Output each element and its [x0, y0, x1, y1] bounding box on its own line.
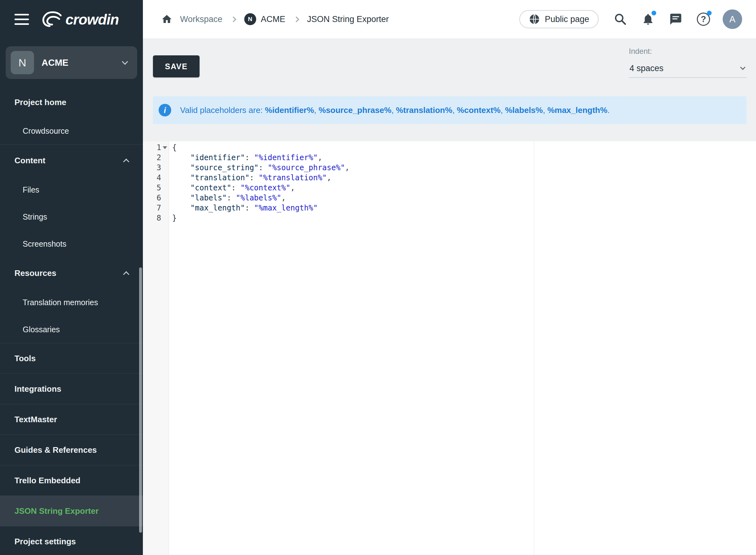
sidebar-item-label: Glossaries [23, 325, 60, 334]
chevron-down-icon [122, 58, 128, 65]
code-line: "source_string": "%source_phrase%", [172, 163, 756, 173]
placeholder-token: %source_phrase% [319, 105, 391, 115]
sidebar-item-project-home[interactable]: Project home [0, 87, 143, 117]
placeholder-token: %context% [457, 105, 501, 115]
code-line: "identifier": "%identifier%", [172, 153, 756, 163]
project-selector[interactable]: N ACME [6, 46, 137, 79]
placeholder-token: %identifier% [265, 105, 314, 115]
home-icon[interactable] [161, 13, 172, 25]
sidebar-item-project-settings[interactable]: Project settings [0, 526, 143, 555]
line-number: 1 [143, 142, 169, 153]
main-content: SAVE Indent: 4 spaces i Valid placeholde… [143, 39, 756, 555]
code-editor[interactable]: 12345678 { "identifier": "%identifier%",… [143, 141, 756, 555]
crowdin-logo-text: crowdin [66, 11, 119, 28]
user-avatar[interactable]: A [723, 9, 742, 29]
project-avatar: N [244, 13, 256, 25]
placeholder-token: %translation% [396, 105, 452, 115]
line-number: 6 [143, 193, 169, 203]
sidebar-item-textmaster[interactable]: TextMaster [0, 404, 143, 434]
code-line: "labels": "%labels%", [172, 193, 756, 203]
top-bar: crowdin Workspace N ACME JSON String Exp… [0, 0, 756, 39]
placeholder-token: %max_length% [547, 105, 607, 115]
topbar-actions: Public page [519, 9, 742, 29]
line-number: 2 [143, 153, 169, 163]
code-line: "translation": "%translation%", [172, 173, 756, 183]
fold-arrow-icon[interactable] [163, 146, 167, 149]
line-number: 7 [143, 203, 169, 213]
sidebar-item-label: Translation memories [23, 298, 98, 307]
sidebar-item-files[interactable]: Files [0, 176, 143, 203]
sidebar-item-label: Integrations [14, 384, 61, 394]
messages-button[interactable] [667, 11, 684, 28]
chat-icon [669, 12, 682, 26]
chevron-right-icon [293, 16, 299, 22]
code-line: } [172, 213, 756, 223]
indent-select[interactable]: 4 spaces [629, 59, 747, 78]
sidebar-item-crowdsource[interactable]: Crowdsource [0, 117, 143, 144]
editor-gutter: 12345678 [143, 141, 169, 555]
sidebar-item-label: TextMaster [14, 415, 57, 424]
chevron-up-icon [123, 271, 129, 278]
sidebar-item-label: Screenshots [23, 240, 67, 249]
sidebar-item-strings[interactable]: Strings [0, 203, 143, 230]
editor-code[interactable]: { "identifier": "%identifier%", "source_… [169, 141, 756, 555]
save-button[interactable]: SAVE [153, 55, 200, 77]
globe-icon [529, 13, 540, 25]
public-page-button[interactable]: Public page [519, 10, 599, 28]
public-page-label: Public page [545, 14, 589, 24]
crowdin-logo-icon [40, 10, 63, 29]
sidebar-item-label: Project settings [14, 537, 76, 547]
breadcrumb-project[interactable]: N ACME [244, 13, 286, 25]
sidebar-item-tools[interactable]: Tools [0, 343, 143, 374]
menu-button[interactable] [14, 14, 29, 25]
sidebar-item-label: Crowdsource [23, 126, 69, 136]
line-number: 8 [143, 213, 169, 223]
crowdin-logo[interactable]: crowdin [40, 10, 119, 29]
help-dot [707, 11, 712, 15]
project-selector-name: ACME [42, 57, 115, 68]
sidebar-nav: Project homeCrowdsourceContentFilesStrin… [0, 87, 143, 555]
notification-dot [652, 11, 656, 15]
line-number: 3 [143, 163, 169, 173]
notifications-button[interactable] [639, 11, 657, 28]
sidebar-item-resources[interactable]: Resources [0, 257, 143, 289]
breadcrumb-current: JSON String Exporter [307, 14, 389, 24]
sidebar-item-label: JSON String Exporter [14, 506, 98, 516]
editor-ruler [534, 141, 534, 555]
chevron-up-icon [123, 159, 129, 165]
topbar-brand-area: crowdin [0, 0, 143, 39]
search-button[interactable] [612, 11, 629, 28]
sidebar-item-translation-memories[interactable]: Translation memories [0, 289, 143, 316]
banner-text: Valid placeholders are: %identifier%, %s… [180, 105, 610, 115]
line-number: 5 [143, 183, 169, 193]
sidebar-item-screenshots[interactable]: Screenshots [0, 230, 143, 257]
breadcrumb: Workspace N ACME JSON String Exporter [161, 13, 389, 25]
search-icon [614, 12, 627, 26]
chevron-down-icon [740, 65, 746, 70]
indent-label: Indent: [629, 47, 747, 56]
sidebar-item-label: Files [23, 185, 39, 195]
code-line: "context": "%context%", [172, 183, 756, 193]
sidebar-item-label: Tools [14, 354, 36, 364]
sidebar-item-label: Content [14, 156, 45, 166]
sidebar-item-glossaries[interactable]: Glossaries [0, 316, 143, 343]
sidebar-item-label: Trello Embedded [14, 476, 81, 485]
sidebar-item-guides-references[interactable]: Guides & References [0, 435, 143, 465]
help-button[interactable]: ? [695, 11, 712, 28]
placeholder-token: %labels% [505, 105, 543, 115]
line-number: 4 [143, 173, 169, 183]
sidebar-item-label: Resources [14, 268, 56, 278]
sidebar-item-integrations[interactable]: Integrations [0, 374, 143, 404]
sidebar-item-content[interactable]: Content [0, 145, 143, 176]
chevron-right-icon [230, 16, 236, 22]
sidebar-scrollbar[interactable] [139, 267, 142, 533]
indent-select-value: 4 spaces [629, 63, 664, 73]
topbar-main: Workspace N ACME JSON String Exporter Pu… [143, 0, 756, 39]
info-icon: i [159, 104, 171, 117]
sidebar-item-json-string-exporter[interactable]: JSON String Exporter [0, 496, 143, 526]
sidebar-item-trello-embedded[interactable]: Trello Embedded [0, 465, 143, 496]
project-selector-avatar: N [11, 51, 34, 74]
sidebar: N ACME Project homeCrowdsourceContentFil… [0, 39, 143, 555]
breadcrumb-workspace[interactable]: Workspace [180, 14, 222, 24]
code-line: "max_length": "%max_length%" [172, 203, 756, 213]
